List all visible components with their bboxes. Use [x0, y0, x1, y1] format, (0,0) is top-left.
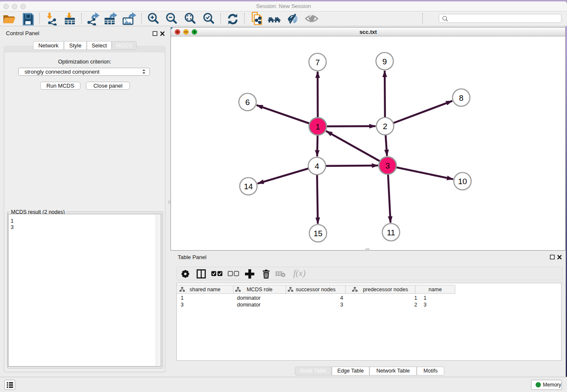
svg-text:7: 7	[315, 58, 320, 67]
svg-text:10: 10	[458, 177, 467, 186]
svg-text:9: 9	[383, 57, 387, 66]
svg-text:2: 2	[383, 122, 388, 131]
svg-text:11: 11	[387, 228, 395, 237]
svg-text:1: 1	[316, 122, 320, 131]
svg-text:15: 15	[314, 229, 322, 238]
svg-text:6: 6	[245, 98, 250, 107]
svg-text:4: 4	[315, 162, 319, 171]
svg-text:8: 8	[459, 94, 464, 102]
svg-text:14: 14	[244, 182, 253, 191]
svg-text:3: 3	[385, 161, 390, 170]
